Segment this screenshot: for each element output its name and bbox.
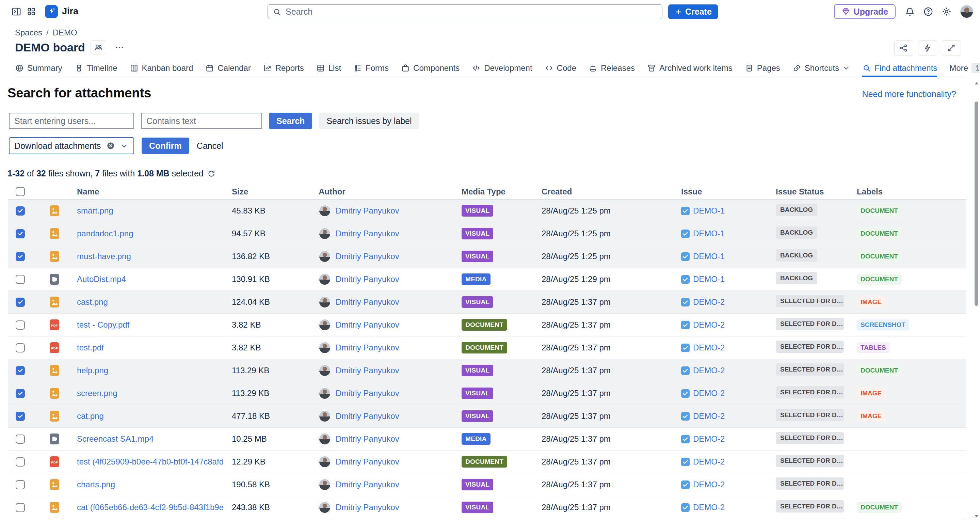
file-name-link[interactable]: cat (f065eb66-de63-4cf2-9b5d-843f1b9e06… bbox=[77, 502, 224, 512]
action-select[interactable]: Download attachments bbox=[9, 137, 134, 154]
scrollbar-thumb[interactable] bbox=[975, 102, 978, 306]
need-more-functionality-link[interactable]: Need more functionality? bbox=[862, 89, 956, 99]
breadcrumb-spaces[interactable]: Spaces bbox=[15, 28, 42, 37]
tab-archived-work-items[interactable]: Archived work items bbox=[647, 61, 733, 77]
fullscreen-button[interactable] bbox=[942, 40, 961, 56]
tab-shortcuts[interactable]: Shortcuts bbox=[792, 61, 850, 77]
file-name-link[interactable]: charts.png bbox=[77, 480, 115, 489]
search-button[interactable]: Search bbox=[269, 113, 312, 129]
tab-development[interactable]: Development bbox=[472, 61, 532, 77]
search-issues-by-label-button[interactable]: Search issues by label bbox=[319, 113, 419, 129]
author-link[interactable]: Dmitriy Panyukov bbox=[336, 274, 399, 284]
issue-link[interactable]: DEMO-2 bbox=[693, 480, 725, 489]
author-link[interactable]: Dmitriy Panyukov bbox=[336, 206, 399, 215]
row-checkbox[interactable] bbox=[16, 206, 25, 215]
help-button[interactable] bbox=[921, 4, 936, 19]
author-link[interactable]: Dmitriy Panyukov bbox=[336, 412, 399, 421]
board-members-button[interactable] bbox=[91, 40, 106, 54]
refresh-icon[interactable] bbox=[207, 169, 215, 178]
file-name-link[interactable]: cast.png bbox=[77, 297, 108, 306]
row-checkbox[interactable] bbox=[16, 480, 25, 489]
row-checkbox[interactable] bbox=[16, 457, 25, 467]
tab-forms[interactable]: Forms bbox=[353, 61, 389, 77]
scroll-down-arrow[interactable] bbox=[974, 514, 979, 518]
jira-logo[interactable] bbox=[45, 5, 58, 18]
tab-kanban-board[interactable]: Kanban board bbox=[130, 61, 193, 77]
row-checkbox[interactable] bbox=[16, 389, 25, 398]
row-checkbox[interactable] bbox=[16, 298, 25, 307]
confirm-button[interactable]: Confirm bbox=[142, 137, 189, 154]
tab-list[interactable]: List bbox=[316, 61, 341, 77]
issue-link[interactable]: DEMO-1 bbox=[693, 274, 725, 284]
file-name-link[interactable]: AutoDist.mp4 bbox=[77, 274, 126, 284]
issue-link[interactable]: DEMO-2 bbox=[693, 412, 725, 421]
author-link[interactable]: Dmitriy Panyukov bbox=[336, 343, 399, 353]
file-name-link[interactable]: must-have.png bbox=[77, 252, 131, 261]
tab-reports[interactable]: Reports bbox=[263, 61, 304, 77]
row-checkbox[interactable] bbox=[16, 229, 25, 238]
contains-text-input[interactable] bbox=[141, 113, 262, 129]
tab-calendar[interactable]: Calendar bbox=[205, 61, 251, 77]
row-checkbox[interactable] bbox=[16, 321, 25, 330]
tab-find-attachments[interactable]: Find attachments bbox=[862, 61, 937, 77]
file-name-link[interactable]: test (4f025909-b0ee-47b0-bf0f-147c8afdea… bbox=[77, 457, 224, 466]
author-link[interactable]: Dmitriy Panyukov bbox=[336, 434, 399, 444]
file-name-link[interactable]: cat.png bbox=[77, 412, 104, 421]
author-link[interactable]: Dmitriy Panyukov bbox=[336, 366, 399, 375]
file-name-link[interactable]: test.pdf bbox=[77, 343, 104, 352]
file-name-link[interactable]: pandadoc1.png bbox=[77, 229, 134, 238]
tab-timeline[interactable]: Timeline bbox=[75, 61, 118, 77]
issue-link[interactable]: DEMO-2 bbox=[693, 434, 725, 444]
tab-releases[interactable]: Releases bbox=[589, 61, 635, 77]
sidebar-toggle-button[interactable] bbox=[9, 4, 24, 19]
issue-link[interactable]: DEMO-2 bbox=[693, 502, 725, 512]
share-button[interactable] bbox=[894, 40, 913, 56]
issue-link[interactable]: DEMO-2 bbox=[693, 457, 725, 467]
issue-link[interactable]: DEMO-1 bbox=[693, 206, 725, 215]
file-name-link[interactable]: screen.png bbox=[77, 389, 118, 398]
tab-more[interactable]: More1 bbox=[949, 61, 980, 77]
notifications-button[interactable] bbox=[902, 4, 917, 19]
tab-components[interactable]: Components bbox=[401, 61, 460, 77]
author-link[interactable]: Dmitriy Panyukov bbox=[336, 480, 399, 489]
automation-button[interactable] bbox=[918, 40, 937, 56]
author-link[interactable]: Dmitriy Panyukov bbox=[336, 252, 399, 261]
author-link[interactable]: Dmitriy Panyukov bbox=[336, 297, 399, 307]
issue-link[interactable]: DEMO-1 bbox=[693, 252, 725, 261]
author-link[interactable]: Dmitriy Panyukov bbox=[336, 502, 399, 512]
tab-pages[interactable]: Pages bbox=[745, 61, 780, 77]
breadcrumb-demo[interactable]: DEMO bbox=[53, 28, 77, 37]
row-checkbox[interactable] bbox=[16, 503, 25, 512]
author-link[interactable]: Dmitriy Panyukov bbox=[336, 457, 399, 467]
author-link[interactable]: Dmitriy Panyukov bbox=[336, 389, 399, 398]
author-link[interactable]: Dmitriy Panyukov bbox=[336, 229, 399, 238]
upgrade-button[interactable]: Upgrade bbox=[834, 4, 896, 19]
issue-link[interactable]: DEMO-2 bbox=[693, 366, 725, 375]
users-filter-input[interactable] bbox=[9, 113, 134, 129]
row-checkbox[interactable] bbox=[16, 366, 25, 375]
row-checkbox[interactable] bbox=[16, 252, 25, 261]
author-link[interactable]: Dmitriy Panyukov bbox=[336, 320, 399, 330]
user-avatar[interactable] bbox=[960, 5, 973, 18]
board-more-button[interactable] bbox=[111, 40, 127, 54]
file-name-link[interactable]: test - Copy.pdf bbox=[77, 320, 129, 329]
chevron-down-icon[interactable] bbox=[120, 141, 129, 150]
settings-button[interactable] bbox=[939, 4, 954, 19]
select-all-checkbox[interactable] bbox=[16, 187, 25, 196]
file-name-link[interactable]: Screencast SA1.mp4 bbox=[77, 434, 154, 443]
cancel-button[interactable]: Cancel bbox=[197, 141, 223, 151]
clear-selection-icon[interactable] bbox=[106, 141, 115, 150]
file-name-link[interactable]: smart.png bbox=[77, 206, 113, 215]
tab-code[interactable]: Code bbox=[545, 61, 576, 77]
file-name-link[interactable]: help.png bbox=[77, 366, 108, 375]
issue-link[interactable]: DEMO-2 bbox=[693, 297, 725, 307]
app-switcher-button[interactable] bbox=[24, 4, 39, 19]
issue-link[interactable]: DEMO-2 bbox=[693, 343, 725, 353]
scroll-up-arrow[interactable] bbox=[974, 81, 979, 86]
create-button[interactable]: Create bbox=[668, 5, 718, 19]
row-checkbox[interactable] bbox=[16, 343, 25, 353]
row-checkbox[interactable] bbox=[16, 434, 25, 444]
issue-link[interactable]: DEMO-2 bbox=[693, 389, 725, 398]
global-search[interactable] bbox=[267, 5, 662, 19]
issue-link[interactable]: DEMO-2 bbox=[693, 320, 725, 330]
